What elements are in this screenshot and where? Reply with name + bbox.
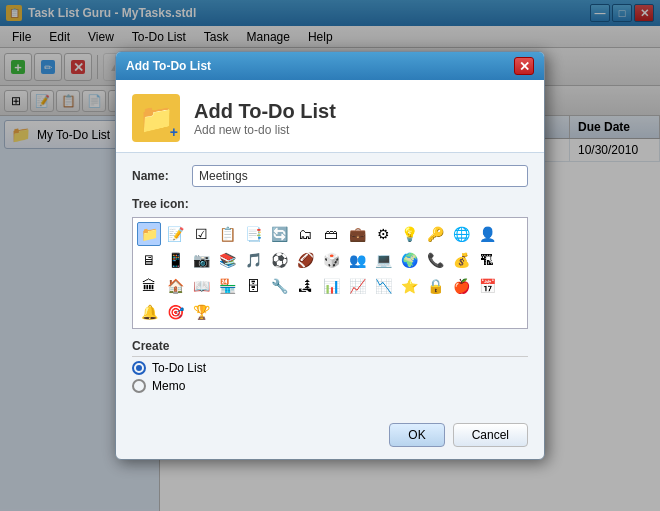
modal-main-title: Add To-Do List [194,100,336,123]
radio-todolist-label: To-Do List [152,361,206,375]
tree-icon-label: Tree icon: [132,197,528,211]
icon-cell-6[interactable]: 🗂 [293,222,317,246]
icon-cell-34[interactable]: 🏞 [293,274,317,298]
icon-cell-19[interactable]: ⚽ [267,248,291,272]
icon-cell-36[interactable]: 📈 [345,274,369,298]
create-label: Create [132,339,528,357]
tree-icon-section: Tree icon: 📁 📝 ☑ 📋 📑 🔄 🗂 🗃 💼 ⚙ 💡 🔑 🌐 [132,197,528,329]
icon-cell-5[interactable]: 🔄 [267,222,291,246]
modal-body: Name: Tree icon: 📁 📝 ☑ 📋 📑 🔄 🗂 🗃 💼 [116,153,544,415]
modal-title: Add To-Do List [126,59,211,73]
icon-cell-9[interactable]: ⚙ [371,222,395,246]
ok-button[interactable]: OK [389,423,444,447]
icon-cell-12[interactable]: 🌐 [449,222,473,246]
icon-cell-44[interactable]: 🏆 [189,300,213,324]
modal-main-subtitle: Add new to-do list [194,123,336,137]
icon-cell-28[interactable]: 🏛 [137,274,161,298]
icon-cell-43[interactable]: 🎯 [163,300,187,324]
icon-cell-21[interactable]: 🎲 [319,248,343,272]
icon-cell-24[interactable]: 🌍 [397,248,421,272]
icon-cell-32[interactable]: 🗄 [241,274,265,298]
modal-overlay: Add To-Do List ✕ 📁 + Add To-Do List Add … [0,0,660,511]
icon-grid: 📁 📝 ☑ 📋 📑 🔄 🗂 🗃 💼 ⚙ 💡 🔑 🌐 👤 🖥 [132,217,528,329]
icon-cell-42[interactable]: 🔔 [137,300,161,324]
icon-cell-22[interactable]: 👥 [345,248,369,272]
radio-memo-dot[interactable] [132,379,146,393]
radio-memo[interactable]: Memo [132,379,528,393]
icon-cell-4[interactable]: 📑 [241,222,265,246]
add-todolist-dialog: Add To-Do List ✕ 📁 + Add To-Do List Add … [115,51,545,460]
icon-cell-3[interactable]: 📋 [215,222,239,246]
radio-memo-label: Memo [152,379,185,393]
cancel-button[interactable]: Cancel [453,423,528,447]
icon-cell-39[interactable]: 🔒 [423,274,447,298]
modal-close-button[interactable]: ✕ [514,57,534,75]
icon-cell-18[interactable]: 🎵 [241,248,265,272]
icon-cell-17[interactable]: 📚 [215,248,239,272]
icon-cell-14[interactable]: 🖥 [137,248,161,272]
icon-cell-13[interactable]: 👤 [475,222,499,246]
icon-cell-11[interactable]: 🔑 [423,222,447,246]
icon-cell-8[interactable]: 💼 [345,222,369,246]
icon-cell-26[interactable]: 💰 [449,248,473,272]
icon-cell-31[interactable]: 🏪 [215,274,239,298]
modal-header-icon: 📁 + [132,94,180,142]
icon-cell-27[interactable]: 🏗 [475,248,499,272]
icon-cell-30[interactable]: 📖 [189,274,213,298]
create-section: Create To-Do List Memo [132,339,528,393]
icon-cell-10[interactable]: 💡 [397,222,421,246]
plus-icon: + [170,124,178,140]
radio-todolist-dot[interactable] [132,361,146,375]
icon-cell-1[interactable]: 📝 [163,222,187,246]
modal-title-bar: Add To-Do List ✕ [116,52,544,80]
icon-cell-33[interactable]: 🔧 [267,274,291,298]
icon-cell-7[interactable]: 🗃 [319,222,343,246]
icon-cell-16[interactable]: 📷 [189,248,213,272]
modal-header: 📁 + Add To-Do List Add new to-do list [116,80,544,153]
icon-cell-29[interactable]: 🏠 [163,274,187,298]
icon-cell-37[interactable]: 📉 [371,274,395,298]
icon-cell-2[interactable]: ☑ [189,222,213,246]
radio-todolist[interactable]: To-Do List [132,361,528,375]
name-field-row: Name: [132,165,528,187]
modal-footer: OK Cancel [116,415,544,459]
icon-cell-40[interactable]: 🍎 [449,274,473,298]
icon-cell-15[interactable]: 📱 [163,248,187,272]
modal-header-text: Add To-Do List Add new to-do list [194,100,336,137]
name-input[interactable] [192,165,528,187]
icon-cell-20[interactable]: 🏈 [293,248,317,272]
icon-cell-23[interactable]: 💻 [371,248,395,272]
name-label: Name: [132,169,192,183]
icon-cell-0[interactable]: 📁 [137,222,161,246]
icon-cell-25[interactable]: 📞 [423,248,447,272]
icon-cell-35[interactable]: 📊 [319,274,343,298]
icon-cell-41[interactable]: 📅 [475,274,499,298]
icon-cell-38[interactable]: ⭐ [397,274,421,298]
